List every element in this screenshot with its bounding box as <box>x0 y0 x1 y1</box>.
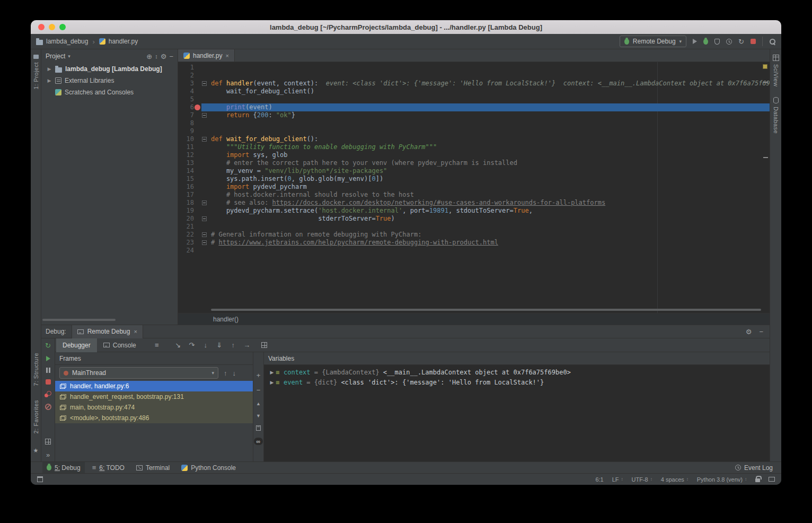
run-config-select[interactable]: Remote Debug ▾ <box>620 36 686 47</box>
gear-icon[interactable]: ⚙ <box>746 328 752 336</box>
code-line-9[interactable]: 9 <box>178 127 770 135</box>
tool-window-button-terminal[interactable]: Terminal <box>132 462 174 474</box>
resume-icon[interactable] <box>46 356 50 361</box>
view-breakpoints-icon[interactable] <box>45 391 51 397</box>
coverage-icon[interactable] <box>714 39 720 45</box>
breakpoint-gutter[interactable] <box>194 127 201 135</box>
restore-layout-icon[interactable] <box>45 439 51 444</box>
stop-icon[interactable] <box>751 39 756 44</box>
code-line-20[interactable]: 20 stderrToServer=True) <box>178 215 770 223</box>
code-line-4[interactable]: 4 wait_for_debug_client() <box>178 88 770 95</box>
fold-icon[interactable] <box>202 137 207 142</box>
fold-gutter[interactable] <box>201 191 208 199</box>
breakpoint-gutter[interactable] <box>194 183 201 191</box>
status-item-1[interactable]: LF↕ <box>612 476 623 483</box>
status-item-4[interactable]: Python 3.8 (venv)↕ <box>697 476 747 483</box>
fold-icon[interactable] <box>202 216 207 221</box>
next-frame-icon[interactable]: ↓ <box>233 369 236 377</box>
code-line-2[interactable]: 2 <box>178 72 770 80</box>
frame-item[interactable]: handle_event_request, bootstrap.py:131 <box>55 391 253 402</box>
scroll-up-icon[interactable]: ▲ <box>256 401 261 406</box>
run-to-cursor-icon[interactable]: → <box>240 341 254 349</box>
stop-icon[interactable] <box>46 379 51 385</box>
fold-gutter[interactable] <box>201 207 208 215</box>
breakpoint-gutter[interactable] <box>194 159 201 167</box>
code-line-24[interactable]: 24 <box>178 247 770 255</box>
fold-gutter[interactable] <box>201 127 208 135</box>
code-line-16[interactable]: 16 import pydevd_pycharm <box>178 183 770 191</box>
close-button[interactable] <box>38 24 45 30</box>
run-icon[interactable] <box>693 39 697 44</box>
copy-icon[interactable] <box>256 425 261 431</box>
code-line-11[interactable]: 11 """Utility function to enable debuggi… <box>178 143 770 151</box>
breakpoint-gutter[interactable] <box>194 239 201 247</box>
analysis-indicator-icon[interactable] <box>763 64 767 69</box>
frame-item[interactable]: handler, handler.py:6 <box>55 381 253 391</box>
evaluate-icon[interactable]: ∞ <box>254 438 263 445</box>
breakpoint-gutter[interactable] <box>194 111 201 119</box>
code-line-17[interactable]: 17 # host.docker.internal should resolve… <box>178 191 770 199</box>
thread-select[interactable]: MainThread ▾ <box>59 367 218 379</box>
breakpoint-icon[interactable] <box>195 104 200 110</box>
breadcrumb-file[interactable]: handler.py <box>109 38 138 45</box>
breakpoint-gutter[interactable] <box>194 95 201 103</box>
scroll-down-icon[interactable]: ▼ <box>256 413 261 419</box>
code-line-7[interactable]: 7 return {200: "ok"} <box>178 111 770 119</box>
fold-gutter[interactable] <box>201 159 208 167</box>
breakpoint-gutter[interactable] <box>194 223 201 231</box>
breakpoint-gutter[interactable] <box>194 231 201 239</box>
remove-watch-icon[interactable]: − <box>257 386 261 394</box>
breakpoint-gutter[interactable] <box>194 88 201 95</box>
fold-icon[interactable] <box>202 201 207 205</box>
breakpoint-gutter[interactable] <box>194 103 201 111</box>
step-out-icon[interactable]: ↑ <box>226 341 240 349</box>
fold-gutter[interactable] <box>201 183 208 191</box>
screencast-icon[interactable] <box>769 477 775 482</box>
fold-gutter[interactable] <box>201 103 208 111</box>
expand-icon[interactable]: ▶ <box>47 78 52 83</box>
pause-icon[interactable] <box>46 368 50 373</box>
fold-gutter[interactable] <box>201 215 208 223</box>
fold-gutter[interactable] <box>201 239 208 247</box>
hide-panel-icon[interactable]: − <box>759 328 763 336</box>
previous-frame-icon[interactable]: ↑ <box>224 369 227 377</box>
fold-gutter[interactable] <box>201 247 208 255</box>
event-log-button[interactable]: Event Log <box>731 462 777 474</box>
breakpoint-gutter[interactable] <box>194 175 201 183</box>
expand-icon[interactable]: ▶ <box>47 66 52 72</box>
editor-hscrollbar[interactable] <box>211 309 761 311</box>
chevron-down-icon[interactable]: ▾ <box>68 54 70 59</box>
tree-item-2[interactable]: ▶External Libraries <box>41 75 178 86</box>
fold-gutter[interactable] <box>201 175 208 183</box>
tool-strip-favorites[interactable]: 2: Favorites <box>33 400 39 433</box>
code-line-23[interactable]: 23# https://www.jetbrains.com/help/pycha… <box>178 239 770 247</box>
code-line-13[interactable]: 13 # enter the correct path here to your… <box>178 159 770 167</box>
mute-breakpoints-icon[interactable] <box>45 404 51 410</box>
breakpoint-gutter[interactable] <box>194 207 201 215</box>
close-icon[interactable]: × <box>225 53 228 59</box>
breakpoint-gutter[interactable] <box>194 167 201 175</box>
variable-row[interactable]: ▶≡event = {dict} <class 'dict'>: {'messa… <box>264 377 770 387</box>
status-item-3[interactable]: 4 spaces↕ <box>661 476 689 483</box>
fold-gutter[interactable] <box>201 119 208 127</box>
code-line-6[interactable]: 6 print(event) <box>178 103 770 111</box>
fold-gutter[interactable] <box>201 111 208 119</box>
tool-strip-structure[interactable]: 7: Structure <box>33 353 39 386</box>
expand-icon[interactable]: ▶ <box>268 370 276 375</box>
step-over-icon[interactable]: ↷ <box>185 341 199 349</box>
code-area[interactable]: 123def handler(event, context): event: <… <box>178 62 770 313</box>
editor-tab-handler[interactable]: handler.py × <box>178 49 235 62</box>
close-icon[interactable]: × <box>134 328 137 335</box>
fold-icon[interactable] <box>202 232 207 237</box>
fold-icon[interactable] <box>202 81 207 86</box>
tool-strip-project[interactable]: 1: Project <box>31 55 41 89</box>
profiler-icon[interactable] <box>726 39 732 45</box>
search-icon[interactable] <box>769 38 776 45</box>
code-line-10[interactable]: 10def wait_for_debug_client(): <box>178 135 770 143</box>
frame-item[interactable]: <module>, bootstrap.py:486 <box>55 413 253 423</box>
breakpoint-gutter[interactable] <box>194 64 201 72</box>
collapse-all-icon[interactable]: ↕ <box>155 53 158 59</box>
fold-icon[interactable] <box>202 113 207 118</box>
zoom-button[interactable] <box>59 24 66 30</box>
minimize-button[interactable] <box>49 24 55 30</box>
